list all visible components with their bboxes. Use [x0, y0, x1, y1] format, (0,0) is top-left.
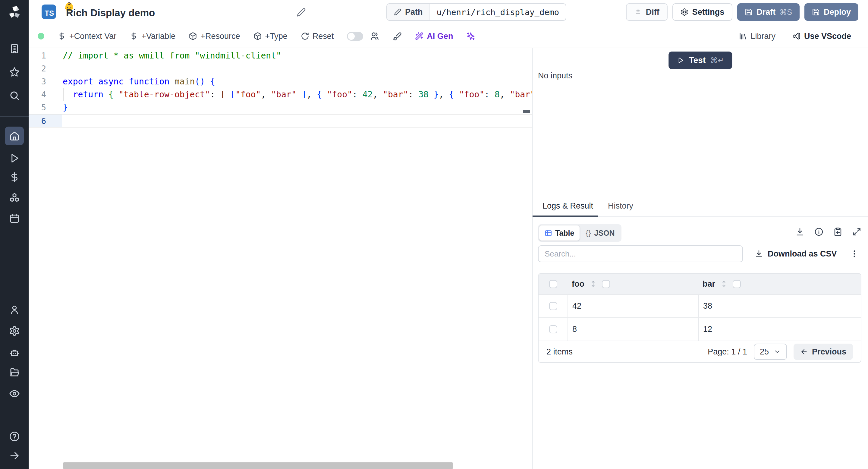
add-type-button[interactable]: +Type — [253, 32, 287, 41]
column-label-foo: foo — [572, 279, 584, 289]
run-result-panel: Test ⌘↵ No inputs Logs & Result History … — [532, 48, 868, 469]
tab-logs-result[interactable]: Logs & Result — [542, 195, 593, 216]
sidebar-item-home[interactable] — [5, 127, 24, 145]
page-indicator: Page: 1 / 1 — [708, 347, 747, 356]
library-button[interactable]: Library — [739, 32, 775, 41]
view-json-label: JSON — [594, 229, 615, 238]
cell-bar: 12 — [698, 318, 861, 341]
code-line[interactable]: 3export async function main() { — [29, 75, 532, 88]
code-line[interactable]: 2 — [29, 62, 532, 75]
result-view-toggle: Table {} JSON — [538, 224, 621, 242]
sort-icon[interactable] — [720, 280, 727, 287]
chevron-down-icon — [774, 348, 781, 355]
view-json-segment[interactable]: {} JSON — [580, 225, 620, 241]
favorites-star-icon[interactable] — [9, 67, 20, 77]
format-brush-button[interactable] — [393, 32, 402, 41]
diff-button[interactable]: Diff — [626, 3, 668, 21]
user-icon[interactable] — [9, 305, 20, 315]
deploy-button[interactable]: Deploy — [804, 3, 858, 21]
search-icon[interactable] — [9, 90, 20, 101]
view-table-segment[interactable]: Table — [539, 225, 580, 241]
info-icon[interactable] — [814, 227, 824, 236]
help-icon[interactable] — [9, 431, 20, 442]
workspace-icon[interactable] — [9, 43, 20, 54]
add-context-var-button[interactable]: +Context Var — [58, 32, 116, 41]
dollar-icon — [58, 32, 66, 40]
select-all-checkbox[interactable] — [549, 280, 557, 288]
use-vscode-label: Use VScode — [804, 32, 851, 41]
path-label-segment: Path — [387, 4, 430, 20]
toolbar-right-group: Library Use VScode — [739, 32, 851, 41]
test-button[interactable]: Test ⌘↵ — [669, 52, 732, 69]
users-icon — [370, 31, 379, 41]
brush-icon — [393, 32, 402, 41]
code-line[interactable]: 6 — [29, 114, 532, 127]
multiplayer-toggle-group — [347, 31, 379, 41]
previous-label: Previous — [812, 347, 846, 356]
script-path-field[interactable]: Path u/henri/rich_display_demo — [386, 3, 566, 21]
dollar-icon — [130, 32, 138, 40]
previous-page-button[interactable]: Previous — [794, 344, 853, 360]
column-filter-checkbox-foo[interactable] — [602, 280, 610, 288]
multiplayer-toggle[interactable] — [347, 32, 363, 41]
header-bar: TS 👶 Rich Display demo Path u/henri/rich… — [29, 0, 868, 25]
line-number: 6 — [29, 115, 62, 127]
test-shortcut: ⌘↵ — [710, 56, 724, 65]
reset-label: Reset — [313, 32, 334, 41]
add-resource-button[interactable]: +Resource — [189, 32, 240, 41]
expand-sidebar-arrow-icon[interactable] — [9, 450, 20, 461]
sparkles-button[interactable] — [466, 32, 475, 41]
play-icon — [677, 56, 684, 64]
result-table: foo bar 4238812 2 items Page: 1 / 1 25 — [538, 273, 861, 363]
resources-boxes-icon[interactable] — [9, 192, 20, 203]
connection-status-dot — [38, 33, 44, 39]
add-variable-button[interactable]: +Variable — [130, 32, 176, 41]
view-table-label: Table — [555, 229, 574, 238]
audit-eye-icon[interactable] — [9, 388, 20, 399]
download-csv-button[interactable]: Download as CSV — [755, 245, 837, 262]
cell-foo: 42 — [567, 295, 698, 317]
ai-gen-button[interactable]: AI Gen — [415, 32, 453, 41]
runs-play-icon[interactable] — [9, 153, 20, 164]
schedules-calendar-icon[interactable] — [9, 213, 20, 224]
expand-icon[interactable] — [852, 227, 861, 236]
table-menu-kebab-icon[interactable] — [849, 248, 860, 259]
package-icon — [189, 32, 197, 40]
code-line[interactable]: 5} — [29, 101, 532, 114]
draft-button-label: Draft — [756, 7, 775, 17]
draft-shortcut: ⌘S — [779, 8, 792, 17]
tab-history[interactable]: History — [608, 195, 633, 216]
settings-gear-icon[interactable] — [9, 325, 20, 336]
windmill-logo[interactable] — [7, 5, 22, 20]
save-icon — [745, 8, 752, 16]
row-checkbox[interactable] — [549, 325, 557, 333]
code-line[interactable]: 4 return { "table-row-object": [ ["foo",… — [29, 88, 532, 101]
code-lines: 1// import * as wmill from "windmill-cli… — [29, 49, 532, 127]
home-icon — [9, 131, 20, 141]
use-vscode-button[interactable]: Use VScode — [792, 32, 851, 41]
download-icon[interactable] — [795, 227, 804, 236]
folders-icon[interactable] — [9, 367, 20, 378]
sort-icon[interactable] — [590, 280, 597, 287]
page-size-select[interactable]: 25 — [754, 344, 787, 360]
settings-button[interactable]: Settings — [673, 3, 733, 21]
edit-summary-pencil-icon[interactable] — [296, 7, 306, 17]
line-number: 2 — [29, 62, 62, 75]
draft-button[interactable]: Draft ⌘S — [737, 3, 800, 21]
diff-button-label: Diff — [646, 7, 659, 17]
reset-button[interactable]: Reset — [301, 32, 334, 41]
json-braces-icon: {} — [586, 229, 591, 237]
download-icon — [755, 250, 763, 258]
clipboard-copy-icon[interactable] — [833, 227, 842, 236]
row-checkbox[interactable] — [549, 302, 557, 310]
column-filter-checkbox-bar[interactable] — [733, 280, 741, 288]
variables-dollar-icon[interactable] — [9, 172, 20, 183]
download-csv-label: Download as CSV — [768, 249, 837, 259]
code-line[interactable]: 1// import * as wmill from "windmill-cli… — [29, 49, 532, 62]
library-icon — [739, 32, 747, 40]
ai-gen-label: AI Gen — [427, 32, 453, 41]
code-editor[interactable]: 1// import * as wmill from "windmill-cli… — [29, 48, 532, 469]
horizontal-scrollbar[interactable] — [63, 462, 453, 469]
workers-robot-icon[interactable] — [9, 347, 20, 358]
table-search-input[interactable] — [538, 245, 743, 262]
